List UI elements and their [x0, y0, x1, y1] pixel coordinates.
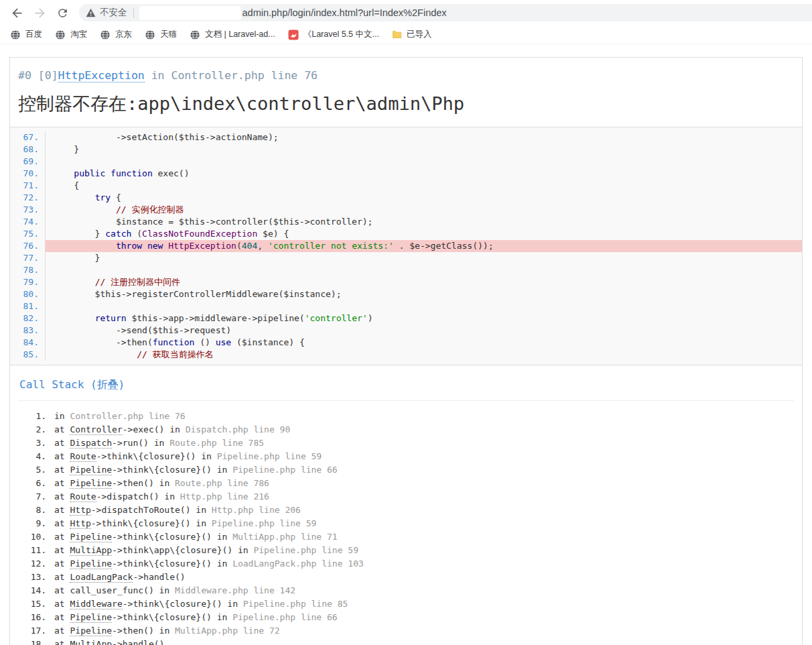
stack-frame: at call_user_func() in Middleware.php li…	[52, 584, 794, 597]
frame-file-link[interactable]: Controller.php line 76	[70, 411, 185, 421]
code-text: }	[46, 143, 79, 156]
code-line: 84. ->then(function () use ($instance) {	[10, 337, 802, 349]
stack-frame: at LoadLangPack->handle()	[52, 571, 794, 584]
stack-frame: at Middleware->think\{closure}() in Pipe…	[52, 597, 794, 611]
frame-method: ->dispatch()	[96, 491, 159, 502]
code-text: // 获取当前操作名	[46, 349, 214, 361]
exception-title: 控制器不存在:app\index\controller\admin\Php	[18, 92, 794, 116]
code-line: 71. {	[10, 180, 802, 192]
frame-file-link[interactable]: MultiApp.php line 71	[232, 532, 338, 542]
frame-keyword: at	[54, 518, 70, 528]
frame-keyword: in	[212, 465, 232, 475]
frame-method: call_user_func()	[70, 585, 153, 595]
line-number: 83.	[10, 325, 46, 337]
frame-file-link[interactable]: MultiApp.php line 72	[175, 626, 280, 636]
code-text: public function exec()	[46, 168, 190, 180]
line-number: 76.	[10, 240, 46, 252]
frame-file-link[interactable]: Middleware.php line 142	[175, 585, 295, 595]
frame-class-name: Middleware	[70, 599, 122, 609]
frame-file-link[interactable]: Route.php line 785	[170, 438, 264, 448]
line-number: 69.	[10, 156, 46, 168]
forward-button[interactable]	[28, 1, 51, 24]
code-text	[46, 300, 53, 312]
frame-keyword: at	[54, 559, 70, 569]
frame-file-link[interactable]: Pipeline.php line 66	[232, 612, 338, 622]
bookmark-label: 文档 | Laravel-ad...	[205, 29, 275, 40]
stack-frame: at Pipeline->think\{closure}() in MultiA…	[52, 530, 794, 544]
frame-file-link[interactable]: Pipeline.php line 66	[232, 465, 338, 475]
laravel-icon	[288, 30, 299, 40]
line-number: 80.	[10, 288, 46, 300]
call-stack-heading[interactable]: Call Stack (折叠)	[18, 369, 794, 401]
frame-class-name: Pipeline	[70, 612, 112, 623]
frame-file-link[interactable]: Dispatch.php line 90	[186, 424, 291, 434]
frame-keyword: at	[54, 424, 70, 434]
frame-keyword: in	[164, 424, 185, 434]
bookmark-item[interactable]: 天猫	[145, 29, 177, 40]
code-line: 83. ->send($this->request)	[10, 325, 802, 337]
reload-button[interactable]	[51, 1, 74, 24]
line-number: 79.	[10, 276, 46, 288]
bookmark-label: 京东	[115, 29, 132, 40]
line-number: 84.	[10, 337, 46, 349]
code-text: ->send($this->request)	[46, 325, 231, 337]
bookmark-item[interactable]: 百度	[10, 29, 42, 40]
line-number: 70.	[10, 168, 46, 180]
frame-file-link[interactable]: Route.php line 786	[175, 478, 269, 488]
frame-file-link[interactable]: Pipeline.php line 59	[212, 518, 317, 528]
frame-keyword: at	[54, 545, 70, 555]
frame-keyword: at	[54, 451, 70, 461]
frame-file-link[interactable]: Pipeline.php line 59	[253, 545, 358, 555]
stack-frame: at Http->dispatchToRoute() in Http.php l…	[52, 504, 794, 517]
frame-file-link[interactable]: LoadLangPack.php line 103	[232, 559, 364, 569]
bookmark-item[interactable]: 文档 | Laravel-ad...	[190, 29, 275, 40]
line-number: 68.	[10, 143, 46, 156]
code-line: 70. public function exec()	[10, 168, 802, 180]
frame-file-link[interactable]: Pipeline.php line 59	[217, 451, 322, 461]
bookmark-item[interactable]: 京东	[100, 29, 132, 40]
frame-keyword: in	[154, 478, 175, 488]
not-secure-label: 不安全	[100, 7, 127, 19]
bookmark-item[interactable]: 已导入	[392, 29, 432, 40]
stack-frame: at Pipeline->think\{closure}() in Pipeli…	[52, 611, 794, 624]
line-number: 77.	[10, 252, 46, 264]
frame-file-link[interactable]: Pipeline.php line 85	[243, 599, 348, 609]
line-number: 82.	[10, 312, 46, 325]
frame-file-link[interactable]: Http.php line 216	[180, 491, 269, 502]
line-number: 75.	[10, 228, 46, 240]
frame-file-link[interactable]: Http.php line 206	[212, 505, 301, 515]
line-number: 67.	[10, 131, 46, 143]
bookmark-item[interactable]: 淘宝	[55, 29, 87, 40]
frame-keyword: at	[54, 639, 70, 645]
frame-keyword: at	[54, 465, 70, 475]
code-text	[46, 156, 53, 168]
bookmark-label: 天猫	[160, 29, 177, 40]
code-line: 73. // 实例化控制器	[10, 204, 802, 216]
frame-keyword: in	[191, 518, 212, 528]
exception-in: in	[145, 69, 172, 82]
code-line: 78.	[10, 264, 802, 276]
code-text: throw new HttpException(404, 'controller…	[46, 240, 493, 252]
frame-class-name: Controller	[70, 424, 122, 435]
line-number: 72.	[10, 192, 46, 204]
address-bar[interactable]: 不安全 admin.php/login/index.html?url=Index…	[79, 4, 812, 21]
back-button[interactable]	[5, 1, 28, 24]
bookmark-label: 百度	[25, 29, 42, 40]
stack-frame: at Http->think\{closure}() in Pipeline.p…	[52, 517, 794, 530]
line-number: 73.	[10, 204, 46, 216]
exception-message: #0 [0]HttpException in Controller.php li…	[10, 58, 802, 127]
line-number: 81.	[10, 300, 46, 312]
code-text: } catch (ClassNotFoundException $e) {	[46, 228, 289, 240]
source-code-block: 67. ->setAction($this->actionName);68. }…	[10, 127, 802, 365]
frame-method: ->handle()	[112, 639, 164, 645]
frame-method: ->think\{closure}()	[123, 599, 222, 609]
frame-keyword: in	[54, 411, 70, 421]
exception-location-link[interactable]: Controller.php line 76	[172, 69, 318, 82]
line-number: 71.	[10, 180, 46, 192]
frame-keyword: at	[54, 491, 70, 502]
code-line: 82. return $this->app->middleware->pipel…	[10, 312, 802, 325]
bookmark-item[interactable]: 《Laravel 5.5 中文...	[288, 29, 379, 40]
frame-keyword: at	[54, 505, 70, 515]
frame-method: ->think\{closure}()	[91, 518, 191, 528]
bookmark-label: 淘宝	[70, 29, 87, 40]
